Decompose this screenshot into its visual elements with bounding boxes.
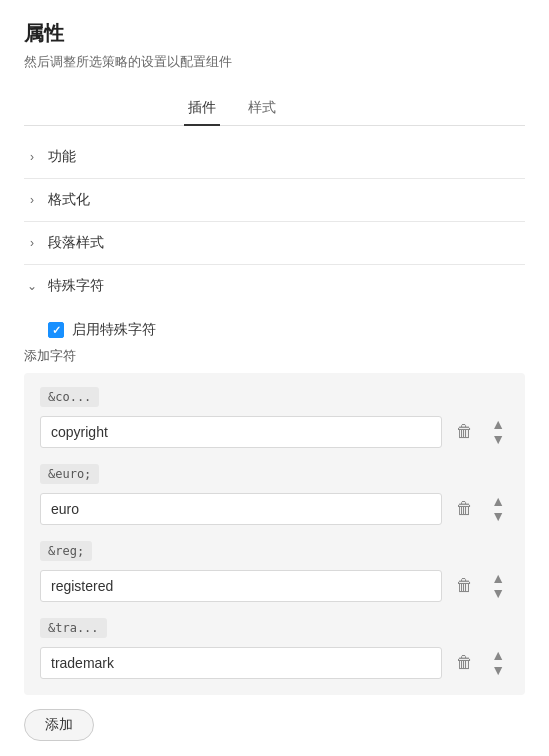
- chevron-right-icon: ›: [24, 193, 40, 207]
- sort-char-3-button[interactable]: ▲ ▼: [487, 567, 509, 604]
- char-input-3[interactable]: [40, 570, 442, 602]
- enable-special-chars-row: 启用特殊字符: [24, 317, 525, 347]
- chevron-right-icon: ›: [24, 236, 40, 250]
- sort-icon: ▲ ▼: [491, 571, 505, 600]
- section-special-chars: ⌄ 特殊字符 启用特殊字符 添加字符 &co... 🗑 ▲: [24, 265, 525, 756]
- delete-char-4-button[interactable]: 🗑: [452, 649, 477, 677]
- char-item-1: &co... 🗑 ▲ ▼: [40, 387, 509, 450]
- enable-special-chars-label: 启用特殊字符: [72, 321, 156, 339]
- tab-plugin[interactable]: 插件: [184, 91, 220, 125]
- trash-icon: 🗑: [456, 422, 473, 442]
- char-input-2[interactable]: [40, 493, 442, 525]
- add-chars-label: 添加字符: [24, 347, 525, 365]
- page-subtitle: 然后调整所选策略的设置以配置组件: [24, 53, 525, 71]
- section-features-header[interactable]: › 功能: [24, 136, 525, 178]
- section-paragraph-header[interactable]: › 段落样式: [24, 222, 525, 264]
- delete-char-2-button[interactable]: 🗑: [452, 495, 477, 523]
- page-title: 属性: [24, 20, 525, 47]
- add-char-button[interactable]: 添加: [24, 709, 94, 741]
- chevron-right-icon: ›: [24, 150, 40, 164]
- char-input-1[interactable]: [40, 416, 442, 448]
- char-tag-3: &reg;: [40, 541, 92, 561]
- section-paragraph-label: 段落样式: [48, 234, 104, 252]
- chars-container: &co... 🗑 ▲ ▼ &euro;: [24, 373, 525, 695]
- section-formatting: › 格式化: [24, 179, 525, 222]
- char-row-2: 🗑 ▲ ▼: [40, 490, 509, 527]
- sort-char-2-button[interactable]: ▲ ▼: [487, 490, 509, 527]
- trash-icon: 🗑: [456, 499, 473, 519]
- char-tag-1: &co...: [40, 387, 99, 407]
- section-special-chars-label: 特殊字符: [48, 277, 104, 295]
- char-tag-2: &euro;: [40, 464, 99, 484]
- section-formatting-header[interactable]: › 格式化: [24, 179, 525, 221]
- section-formatting-label: 格式化: [48, 191, 90, 209]
- section-features-label: 功能: [48, 148, 76, 166]
- char-item-2: &euro; 🗑 ▲ ▼: [40, 464, 509, 527]
- trash-icon: 🗑: [456, 576, 473, 596]
- char-row-4: 🗑 ▲ ▼: [40, 644, 509, 681]
- char-tag-4: &tra...: [40, 618, 107, 638]
- char-item-3: &reg; 🗑 ▲ ▼: [40, 541, 509, 604]
- char-row-3: 🗑 ▲ ▼: [40, 567, 509, 604]
- chevron-down-icon: ⌄: [24, 279, 40, 293]
- char-item-4: &tra... 🗑 ▲ ▼: [40, 618, 509, 681]
- tabs-container: 插件 样式: [24, 91, 525, 126]
- sort-icon: ▲ ▼: [491, 417, 505, 446]
- section-paragraph: › 段落样式: [24, 222, 525, 265]
- sort-icon: ▲ ▼: [491, 494, 505, 523]
- sort-char-4-button[interactable]: ▲ ▼: [487, 644, 509, 681]
- delete-char-1-button[interactable]: 🗑: [452, 418, 477, 446]
- sort-icon: ▲ ▼: [491, 648, 505, 677]
- trash-icon: 🗑: [456, 653, 473, 673]
- char-row-1: 🗑 ▲ ▼: [40, 413, 509, 450]
- section-special-chars-header[interactable]: ⌄ 特殊字符: [24, 265, 525, 307]
- char-input-4[interactable]: [40, 647, 442, 679]
- section-features: › 功能: [24, 136, 525, 179]
- special-chars-content: 启用特殊字符 添加字符 &co... 🗑 ▲ ▼: [24, 307, 525, 756]
- enable-special-chars-checkbox[interactable]: [48, 322, 64, 338]
- delete-char-3-button[interactable]: 🗑: [452, 572, 477, 600]
- sort-char-1-button[interactable]: ▲ ▼: [487, 413, 509, 450]
- tab-style[interactable]: 样式: [244, 91, 280, 125]
